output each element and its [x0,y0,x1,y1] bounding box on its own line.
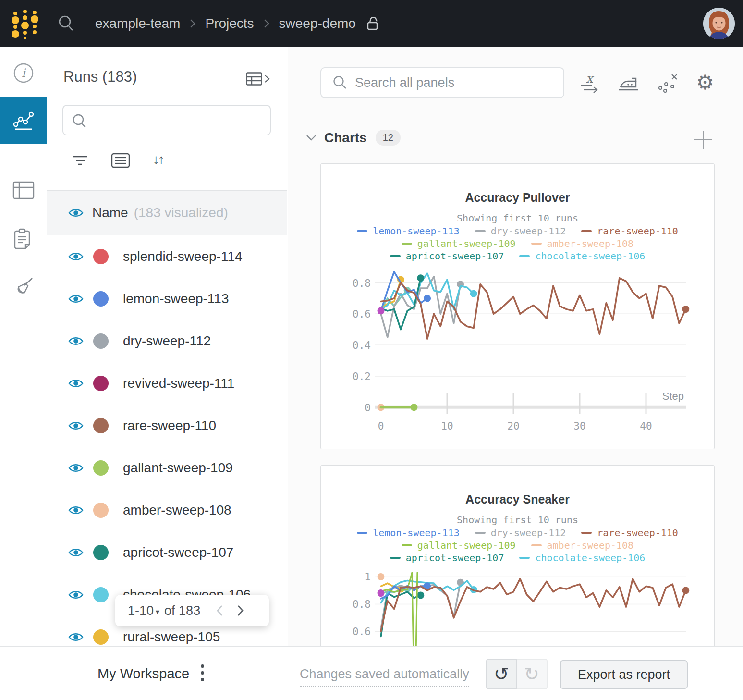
eye-icon[interactable] [68,632,84,642]
filter-icon[interactable] [71,153,89,168]
run-row[interactable]: dry-sweep-112 [47,320,287,362]
run-name: dry-sweep-112 [123,333,211,349]
svg-text:0.6: 0.6 [353,626,371,638]
outlier-icon[interactable] [654,69,681,96]
runs-name-header[interactable]: Name (183 visualized) [47,190,287,235]
run-row[interactable]: gallant-sweep-109 [47,447,287,489]
eye-icon[interactable] [68,547,84,558]
run-name: revived-sweep-111 [123,376,234,391]
legend-dash-icon [390,255,401,257]
eye-icon[interactable] [68,420,84,431]
runs-search-box [62,105,271,135]
eye-icon[interactable] [68,208,84,218]
breadcrumb-projects[interactable]: Projects [205,16,254,31]
runs-table-button[interactable] [246,72,270,86]
broom-icon[interactable] [0,263,47,310]
legend-item[interactable]: amber-sweep-108 [531,238,634,249]
prev-page-button[interactable] [216,604,223,617]
run-row[interactable]: apricot-sweep-107 [47,531,287,574]
legend-item[interactable]: lemon-sweep-113 [357,527,460,539]
add-panel-button[interactable] [690,127,716,153]
chart-canvas[interactable]: 00.20.40.60.8010203040Step [322,270,714,435]
wandb-logo[interactable] [10,7,40,40]
svg-text:0.8: 0.8 [353,278,371,289]
save-status-text[interactable]: Changes saved automatically [300,667,469,687]
redo-icon: ↻ [524,663,539,685]
run-row[interactable]: revived-sweep-111 [47,362,287,405]
chart-plot-area[interactable]: 00.20.40.60.8010203040Step [322,270,714,435]
legend-item[interactable]: dry-sweep-112 [475,527,566,539]
legend-item[interactable]: dry-sweep-112 [475,225,566,237]
clipboard-icon[interactable] [0,215,47,262]
unlock-icon[interactable] [366,16,381,31]
table-icon[interactable] [0,167,47,214]
legend-item[interactable]: chocolate-sweep-106 [519,250,645,262]
legend-item[interactable]: lemon-sweep-113 [357,225,460,237]
legend-dash-icon [402,243,412,245]
legend-item[interactable]: apricot-sweep-107 [390,250,504,262]
redo-button[interactable]: ↻ [517,659,548,689]
breadcrumb-project-name[interactable]: sweep-demo [279,16,356,31]
sort-icon[interactable]: ↓↑ [153,152,163,167]
charts-section-title[interactable]: Charts [324,130,367,146]
kebab-menu-icon[interactable] [199,663,206,683]
x-axis-icon[interactable]: x [576,69,603,96]
legend-item[interactable]: chocolate-sweep-106 [519,552,645,564]
run-row[interactable]: lemon-sweep-113 [47,278,287,320]
legend-item[interactable]: gallant-sweep-109 [402,540,516,551]
legend-item[interactable]: rare-sweep-110 [581,527,678,539]
run-name: rural-sweep-105 [123,629,220,645]
line-chart-icon[interactable] [0,97,47,144]
undo-button[interactable]: ↺ [486,659,517,689]
next-page-button[interactable] [237,604,244,617]
chart-plot-area[interactable]: 0.60.81010203040Step [322,571,714,647]
eye-icon[interactable] [68,463,84,473]
run-row[interactable]: rare-sweep-110 [47,405,287,447]
breadcrumb: example-team Projects sweep-demo [95,16,381,31]
svg-text:10: 10 [441,420,453,432]
eye-icon[interactable] [68,294,84,304]
chart-canvas[interactable]: 0.60.81010203040Step [322,571,714,647]
chart-panel-accuracy-pullover[interactable]: Accuracy Pullover Showing first 10 runs … [320,163,715,449]
chevron-right-icon [264,74,270,84]
legend-dash-icon [531,243,542,245]
run-color-dot [93,545,109,560]
legend-item[interactable]: amber-sweep-108 [531,540,634,551]
settings-gear-icon[interactable]: ⚙ [692,69,719,96]
run-row[interactable]: splendid-sweep-114 [47,235,287,278]
name-column-header: Name [92,205,128,221]
eye-icon[interactable] [68,378,84,389]
chevron-down-icon[interactable] [306,135,317,141]
eye-icon[interactable] [68,589,84,600]
run-color-dot [93,460,109,476]
eye-icon[interactable] [68,505,84,516]
info-icon[interactable]: i [0,49,47,97]
eye-icon[interactable] [68,336,84,346]
eye-icon[interactable] [68,251,84,262]
run-name: gallant-sweep-109 [123,460,233,476]
search-icon[interactable] [57,14,76,33]
charts-count-badge: 12 [376,130,401,146]
runs-search-input[interactable] [93,108,266,133]
svg-text:0.2: 0.2 [353,371,371,382]
run-color-dot [93,418,109,433]
workspace-selector[interactable]: My Workspace [97,666,189,682]
run-row[interactable]: amber-sweep-108 [47,489,287,531]
legend-dash-icon [402,544,412,546]
svg-text:0: 0 [378,420,384,432]
export-report-button[interactable]: Export as report [560,660,688,689]
top-navbar: example-team Projects sweep-demo [0,0,743,47]
pagination-range[interactable]: 1-10 ▾ of 183 [128,603,200,618]
legend-item[interactable]: rare-sweep-110 [581,225,678,237]
legend-item[interactable]: gallant-sweep-109 [402,238,516,249]
run-color-dot [93,376,109,391]
left-icon-rail: i [0,47,47,700]
legend-item[interactable]: apricot-sweep-107 [390,552,504,564]
workspace-main: x ⚙ Charts 12 [288,47,743,700]
list-settings-icon[interactable] [111,153,130,168]
user-avatar[interactable] [703,8,735,39]
panel-search-input[interactable] [355,71,563,95]
smoothing-iron-icon[interactable] [615,69,642,96]
breadcrumb-team[interactable]: example-team [95,16,180,31]
svg-text:x: x [586,72,595,86]
